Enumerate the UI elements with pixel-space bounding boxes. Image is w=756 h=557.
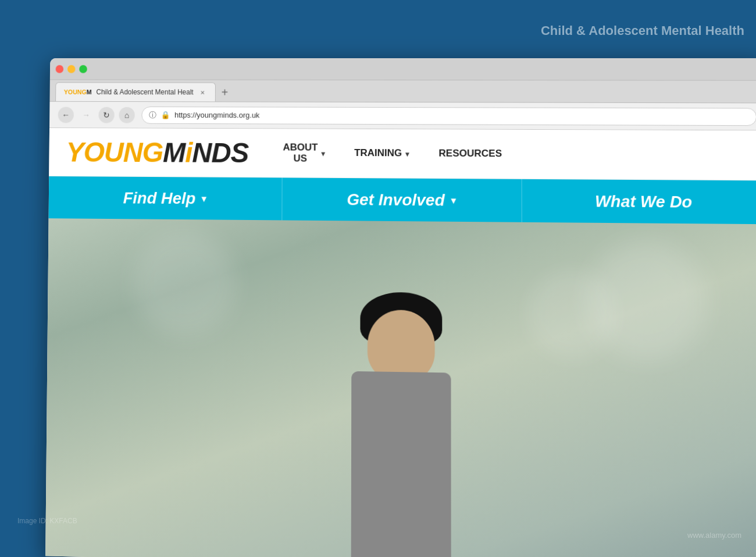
logo-young: YOUNG — [66, 136, 163, 168]
blue-nav-get-involved[interactable]: Get Involved ▾ — [283, 178, 522, 222]
page-background: Child & Adolescent Mental Health YOUNGM … — [0, 0, 756, 557]
tab-close-icon[interactable]: × — [198, 88, 207, 97]
nav-item-resources[interactable]: RESOURCES — [438, 148, 502, 159]
person-head — [368, 310, 435, 381]
find-help-chevron: ▾ — [201, 192, 206, 205]
back-button[interactable]: ← — [58, 107, 74, 123]
site-top-nav: ABOUT US ▾ TRAINING ▾ RESOURCES — [283, 142, 502, 165]
close-button[interactable] — [56, 65, 64, 73]
alamy-watermark: www.alamy.com — [687, 531, 741, 540]
nav-buttons: ← → ↻ ⌂ — [58, 107, 135, 123]
person-body — [351, 371, 451, 557]
site-logo[interactable]: YOUNGMiNDS — [66, 136, 248, 169]
top-watermark: Child & Adolescent Mental Health — [541, 23, 744, 38]
url-text: https://youngminds.org.uk — [174, 111, 259, 119]
tab-favicon: YOUNGM — [64, 88, 92, 95]
nav-training-chevron: ▾ — [405, 149, 409, 158]
hero-area — [45, 219, 756, 557]
browser-window: YOUNGM Child & Adolescent Mental Healt ×… — [45, 58, 756, 557]
title-bar — [50, 58, 756, 81]
url-bar[interactable]: ⓘ 🔒 https://youngminds.org.uk — [141, 107, 756, 126]
refresh-button[interactable]: ↻ — [98, 107, 114, 123]
home-button[interactable]: ⌂ — [119, 107, 134, 123]
person-silhouette — [284, 268, 519, 557]
logo-m: M — [163, 137, 186, 169]
nav-item-about[interactable]: ABOUT US ▾ — [283, 142, 325, 164]
maximize-button[interactable] — [79, 65, 87, 73]
tab-bar: YOUNGM Child & Adolescent Mental Healt ×… — [49, 80, 756, 103]
get-involved-chevron: ▾ — [451, 194, 456, 207]
blue-nav-what-we-do[interactable]: What We Do — [522, 179, 756, 224]
address-bar: ← → ↻ ⌂ ⓘ 🔒 https://youngminds.org.uk — [49, 102, 756, 131]
info-icon: ⓘ — [149, 109, 156, 120]
blue-nav-find-help[interactable]: Find Help ▾ — [49, 176, 283, 221]
logo-nds: NDS — [192, 137, 248, 169]
active-tab[interactable]: YOUNGM Child & Adolescent Mental Healt × — [55, 82, 216, 101]
blue-nav-bar: Find Help ▾ Get Involved ▾ What We Do — [49, 176, 756, 224]
nav-item-training[interactable]: TRAINING ▾ — [354, 148, 409, 159]
nav-resources-label: RESOURCES — [438, 148, 502, 159]
new-tab-button[interactable]: + — [222, 86, 229, 102]
get-involved-label: Get Involved — [347, 190, 444, 210]
tab-title: Child & Adolescent Mental Healt — [96, 88, 193, 96]
website-content: YOUNGMiNDS ABOUT US ▾ TRAINING ▾ RESOURC… — [45, 128, 756, 557]
minimize-button[interactable] — [67, 65, 76, 73]
nav-about-label: ABOUT US — [283, 142, 318, 164]
logo-i: i — [185, 137, 192, 169]
what-we-do-label: What We Do — [595, 192, 692, 212]
nav-training-label: TRAINING — [354, 148, 402, 159]
forward-button[interactable]: → — [78, 107, 94, 123]
image-id: Image ID: KXFACB — [17, 517, 77, 525]
find-help-label: Find Help — [123, 189, 195, 208]
site-top-bar: YOUNGMiNDS ABOUT US ▾ TRAINING ▾ RESOURC… — [49, 128, 756, 181]
nav-about-chevron: ▾ — [321, 148, 325, 158]
traffic-lights — [56, 65, 87, 73]
lock-icon: 🔒 — [161, 111, 170, 119]
